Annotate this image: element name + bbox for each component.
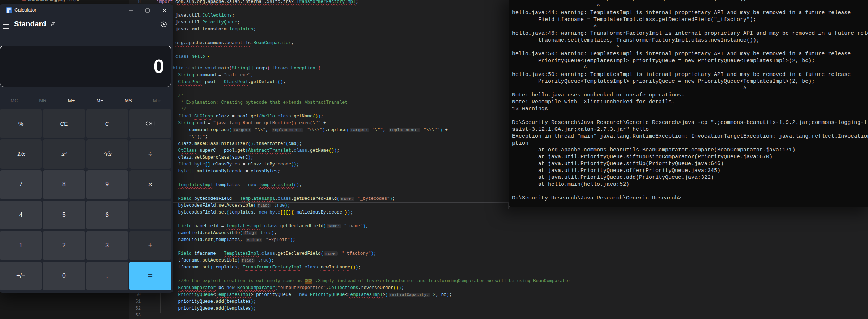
code-token: ; xyxy=(293,237,295,242)
memory-button-m+[interactable]: M+ xyxy=(57,94,86,107)
calculator-window[interactable]: Calculator Standard xyxy=(0,4,173,293)
calc-key-%[interactable]: % xyxy=(0,109,42,138)
calc-key-+/−[interactable]: +/− xyxy=(0,262,42,290)
code-token: ; xyxy=(205,134,208,139)
calc-key-2[interactable]: 2 xyxy=(43,231,85,260)
code-token: < xyxy=(345,292,348,297)
code-token: . xyxy=(275,196,277,201)
code-token: ) xyxy=(371,251,374,256)
code-token: ClassPool xyxy=(224,79,248,85)
code-line: byte[] maliciousBytecode = classBytes; xyxy=(157,168,280,175)
maximize-button[interactable] xyxy=(141,7,154,14)
code-token: ; xyxy=(337,148,339,153)
memory-button-m[interactable]: M xyxy=(142,94,171,107)
code-token xyxy=(173,0,175,4)
code-token: ) xyxy=(440,128,442,133)
calc-key-C[interactable]: C xyxy=(86,109,128,138)
code-token: = xyxy=(229,114,237,119)
code-token: hello xyxy=(261,114,275,119)
code-token: ; xyxy=(374,251,376,256)
minimize-button[interactable] xyxy=(125,7,137,14)
code-token: target: xyxy=(233,128,251,132)
code-token: BeanComparator xyxy=(178,285,216,290)
code-token: ; xyxy=(350,210,353,215)
code-token: replacement: xyxy=(272,128,303,132)
code-token: ; xyxy=(449,292,452,297)
calc-key-9[interactable]: 9 xyxy=(86,170,128,199)
code-token: class xyxy=(278,114,291,119)
code-token: bc xyxy=(218,285,224,290)
calculator-titlebar[interactable]: Calculator xyxy=(0,4,173,17)
code-token: ; xyxy=(321,114,323,119)
code-line: final byte[] classBytes = clazz.toByteco… xyxy=(157,161,299,168)
calc-key-backspace[interactable] xyxy=(129,109,171,138)
calc-key-CE[interactable]: CE xyxy=(43,109,85,138)
code-line: public static void main(String[] args) t… xyxy=(157,65,321,72)
gutter-line-number: 52 xyxy=(129,305,141,312)
code-token: ) xyxy=(363,224,365,229)
terminal-window[interactable]: Field nameField = TemplatesImpl.class.ge… xyxy=(509,0,868,207)
code-token: ( xyxy=(213,237,216,242)
code-token: String xyxy=(232,66,248,71)
menu-button[interactable] xyxy=(3,23,9,28)
code-token: tfacname xyxy=(194,251,216,256)
close-icon xyxy=(162,8,167,13)
code-token: name: xyxy=(327,224,341,228)
calc-key-×[interactable]: × xyxy=(129,170,171,199)
calc-key-−[interactable]: − xyxy=(129,201,171,229)
close-button[interactable] xyxy=(158,7,171,14)
code-token: TemplatesImpl xyxy=(240,196,275,201)
keep-on-top-button[interactable] xyxy=(50,21,56,28)
code-token: = xyxy=(216,79,224,85)
calc-key-²√x[interactable]: ²√x xyxy=(86,139,128,168)
code-token: Field xyxy=(178,251,192,256)
calc-key-4[interactable]: 4 xyxy=(0,201,42,229)
calc-key-+[interactable]: + xyxy=(129,231,171,260)
calc-key-8[interactable]: 8 xyxy=(43,170,85,199)
calc-key-.[interactable]: . xyxy=(86,262,128,290)
calc-key-7[interactable]: 7 xyxy=(0,170,42,199)
calc-key-3[interactable]: 3 xyxy=(86,231,128,260)
code-token: getDeclaredField xyxy=(294,196,337,201)
code-token: class xyxy=(264,224,277,229)
memory-button-mr[interactable]: MR xyxy=(29,94,57,107)
code-token: */ xyxy=(178,107,186,112)
code-token: clazz xyxy=(178,155,192,160)
memory-button-m−[interactable]: M− xyxy=(85,94,114,107)
code-token: , xyxy=(326,285,329,290)
calc-key-1[interactable]: 1 xyxy=(0,231,42,260)
code-line: Field nameField = TemplatesImpl.class.ge… xyxy=(157,223,368,230)
code-line: bytecodesField.setAccessible(flag: true)… xyxy=(157,202,290,209)
code-token: newInstance xyxy=(321,265,350,270)
code-token: ( xyxy=(226,210,229,215)
code-token: [][] xyxy=(280,210,291,215)
code-token: templates xyxy=(213,265,237,270)
code-token: hello xyxy=(192,54,205,59)
code-token: () xyxy=(248,141,254,146)
code-token: class xyxy=(278,196,291,201)
calc-key-1/x[interactable]: 1/x xyxy=(0,139,42,168)
display-value: 0 xyxy=(154,55,171,77)
code-token: TemplatesImpl xyxy=(216,292,251,297)
history-button[interactable] xyxy=(160,21,167,28)
calc-key-÷[interactable]: ÷ xyxy=(129,139,171,168)
code-token: . xyxy=(259,251,261,256)
code-token: new xyxy=(226,285,234,290)
code-line: * Explanation: Creating bytecode that ex… xyxy=(157,99,348,106)
code-token: tfacname xyxy=(178,265,200,270)
calc-key-=[interactable]: = xyxy=(129,262,171,290)
calc-key-0[interactable]: 0 xyxy=(43,262,85,290)
code-token: class xyxy=(305,265,318,270)
code-token: ( xyxy=(385,292,388,297)
calc-key-5[interactable]: 5 xyxy=(43,201,85,229)
memory-button-mc[interactable]: MC xyxy=(0,94,29,107)
code-token: byte xyxy=(269,210,280,215)
memory-button-ms[interactable]: MS xyxy=(114,94,142,107)
code-token: ; xyxy=(251,155,253,160)
calc-key-6[interactable]: 6 xyxy=(86,201,128,229)
code-token xyxy=(192,196,194,201)
code-token xyxy=(421,128,424,133)
code-token: ; xyxy=(401,285,404,290)
terminal-output: Field nameField = TemplatesImpl.class.ge… xyxy=(512,0,868,202)
calc-key-x²[interactable]: x² xyxy=(43,139,85,168)
